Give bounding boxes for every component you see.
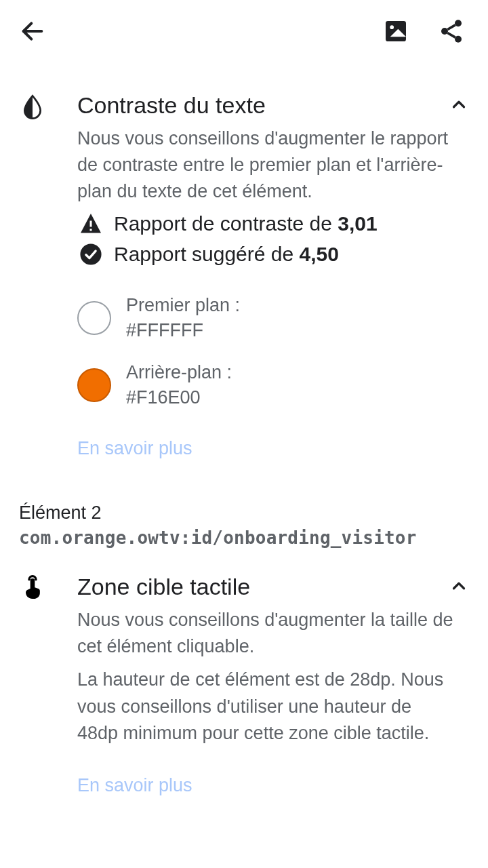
svg-point-5	[455, 36, 462, 43]
foreground-label: Premier plan :	[126, 293, 240, 317]
contrast-ratio-row: Rapport de contraste de 3,01	[77, 212, 469, 236]
svg-point-4	[441, 28, 448, 35]
issue-description: Nous vous conseillons d'augmenter le rap…	[77, 125, 457, 205]
background-swatch	[77, 368, 111, 402]
back-button[interactable]	[19, 18, 46, 47]
element-label: Élément 2	[19, 502, 469, 524]
background-swatch-row: Arrière-plan : #F16E00	[77, 360, 469, 410]
background-label: Arrière-plan :	[126, 360, 232, 384]
issue-text-contrast: Contraste du texte Nous vous conseillons…	[19, 60, 469, 459]
image-icon[interactable]	[382, 18, 409, 47]
issue-header-row[interactable]: Zone cible tactile	[77, 574, 469, 600]
foreground-hex: #FFFFFF	[126, 318, 240, 342]
learn-more-link[interactable]: En savoir plus	[77, 775, 469, 796]
issue-detail: La hauteur de cet élément est de 28dp. N…	[77, 667, 457, 746]
chevron-up-icon	[449, 576, 469, 599]
toolbar	[0, 0, 488, 60]
suggested-ratio-row: Rapport suggéré de 4,50	[77, 243, 469, 266]
svg-point-2	[390, 25, 394, 29]
invert-colors-icon	[19, 92, 57, 121]
foreground-swatch	[77, 301, 111, 335]
check-circle-icon	[77, 243, 104, 266]
share-icon[interactable]	[438, 18, 465, 47]
issue-title: Contraste du texte	[77, 92, 266, 119]
issue-description: Nous vous conseillons d'augmenter la tai…	[77, 607, 457, 660]
touch-icon	[19, 574, 57, 602]
svg-point-8	[80, 244, 101, 265]
svg-rect-7	[90, 229, 92, 231]
learn-more-link[interactable]: En savoir plus	[77, 438, 469, 459]
issue-title: Zone cible tactile	[77, 574, 250, 600]
svg-point-3	[455, 20, 462, 26]
chevron-up-icon	[449, 94, 469, 117]
element-resource-id: com.orange.owtv:id/onboarding_visitor	[19, 528, 469, 548]
svg-rect-6	[90, 221, 92, 227]
background-hex: #F16E00	[126, 385, 232, 410]
foreground-swatch-row: Premier plan : #FFFFFF	[77, 293, 469, 342]
issue-header-row[interactable]: Contraste du texte	[77, 92, 469, 119]
issue-touch-target: Zone cible tactile Nous vous conseillons…	[19, 548, 469, 796]
warning-icon	[77, 212, 104, 236]
